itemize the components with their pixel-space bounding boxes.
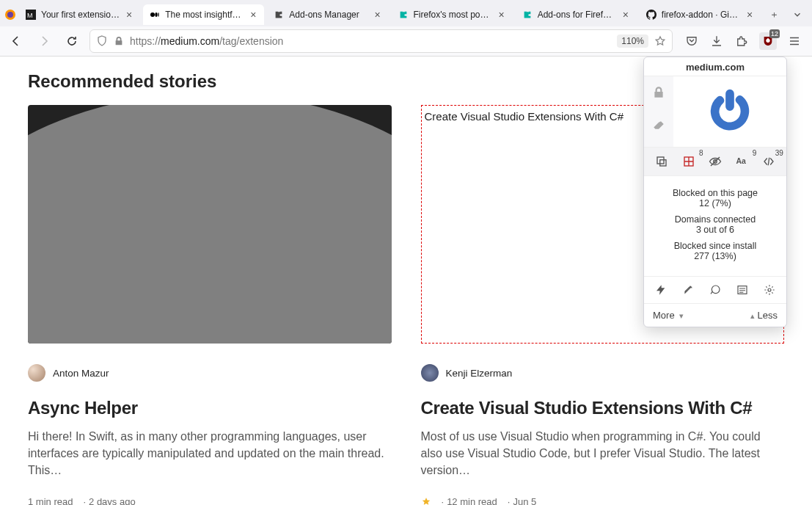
app-menu-button[interactable] <box>787 34 802 48</box>
ublock-media-count: 8 <box>699 149 703 157</box>
ublock-fonts-count: 9 <box>753 149 757 157</box>
url-bar[interactable]: https://medium.com/tag/extension 110% <box>89 29 673 53</box>
close-icon[interactable]: × <box>124 10 134 20</box>
ublock-settings-button[interactable] <box>761 281 778 299</box>
svg-point-5 <box>150 12 155 17</box>
svg-point-7 <box>158 12 158 17</box>
ublock-report-button[interactable] <box>706 281 724 299</box>
ublock-zap-button[interactable] <box>652 281 670 299</box>
extensions-icon[interactable] <box>734 34 749 48</box>
shield-icon[interactable] <box>96 35 108 47</box>
close-icon[interactable]: × <box>248 10 258 20</box>
read-time: 12 min read <box>439 496 497 505</box>
ublock-blocked-page-label: Blocked on this page <box>644 188 786 198</box>
lock-icon[interactable] <box>114 36 124 46</box>
story-card: Anton Mazur Async Helper Hi there! In Sw… <box>28 105 392 505</box>
ublock-popups-tool[interactable] <box>651 153 672 170</box>
ublock-domains-label: Domains connected <box>644 214 786 225</box>
story-title[interactable]: Async Helper <box>28 398 392 419</box>
ublock-picker-button[interactable] <box>679 281 697 299</box>
tab-github-firefox-addon[interactable]: firefox-addon · GitHub Topics … × <box>640 4 761 25</box>
medium-favicon <box>149 9 161 21</box>
svg-text:M: M <box>27 12 33 19</box>
svg-rect-11 <box>660 160 666 166</box>
tab-strip: M Your first extension - Mozilla | … × T… <box>0 0 812 26</box>
tab-title: Add-ons for Firefox (en-US) <box>538 10 616 20</box>
tab-addons-firefox[interactable]: Add-ons for Firefox (en-US) × <box>516 4 637 25</box>
read-time: 1 min read <box>28 496 73 505</box>
ublock-scripts-count: 39 <box>775 149 783 157</box>
amo-favicon <box>522 9 533 21</box>
story-excerpt: Most of us use Visual Studio when progra… <box>421 428 785 479</box>
github-favicon <box>645 9 657 21</box>
member-only-icon <box>421 497 431 505</box>
tab-addons-manager[interactable]: Add-ons Manager × <box>267 4 388 25</box>
publish-date: 2 days ago <box>80 496 135 505</box>
ublock-cosmetic-tool[interactable] <box>705 153 725 170</box>
story-cover-image[interactable] <box>28 105 392 344</box>
firefox-app-icon <box>4 9 16 21</box>
svg-rect-9 <box>767 38 768 40</box>
ublock-badge: 12 <box>769 29 780 38</box>
mdn-favicon: M <box>25 9 37 21</box>
ublock-domain-label: medium.com <box>644 57 786 76</box>
reload-button[interactable] <box>62 31 82 51</box>
pocket-icon[interactable] <box>684 34 699 48</box>
tab-title: The most insightful stories abo… <box>165 10 244 20</box>
ublock-lock-icon[interactable] <box>648 82 669 103</box>
ublock-logger-button[interactable] <box>734 281 751 299</box>
zoom-indicator[interactable]: 110% <box>617 34 648 48</box>
ublock-blocked-install-label: Blocked since install <box>644 241 786 251</box>
svg-point-1 <box>7 12 13 18</box>
ublock-power-button[interactable] <box>704 85 756 137</box>
ublock-eraser-icon[interactable] <box>648 116 669 137</box>
amo-favicon <box>398 9 409 21</box>
forward-button[interactable] <box>34 31 54 51</box>
svg-text:Aa: Aa <box>736 156 747 165</box>
author-avatar[interactable] <box>421 364 439 382</box>
publish-date: Jun 5 <box>505 496 536 505</box>
ublock-less-button[interactable]: ▴ Less <box>746 310 778 321</box>
ublock-extension-button[interactable]: 12 <box>759 32 777 50</box>
downloads-icon[interactable] <box>709 34 724 48</box>
url-text: https://medium.com/tag/extension <box>130 35 611 47</box>
ublock-blocked-page-val: 12 (7%) <box>644 198 786 208</box>
tab-medium-active[interactable]: The most insightful stories abo… × <box>143 4 264 25</box>
story-excerpt: Hi there! In Swift, as in many other pro… <box>28 428 392 479</box>
puzzle-favicon <box>273 9 285 21</box>
close-icon[interactable]: × <box>745 10 755 20</box>
tab-first-extension[interactable]: M Your first extension - Mozilla | … × <box>19 4 140 25</box>
ublock-scripts-tool[interactable]: 39 <box>758 153 779 170</box>
svg-rect-10 <box>657 157 664 164</box>
close-icon[interactable]: × <box>373 10 383 20</box>
svg-point-16 <box>768 288 771 291</box>
tab-title: firefox-addon · GitHub Topics … <box>662 10 740 20</box>
ublock-popup: medium.com 8 Aa9 39 Blocked on this page… <box>643 57 787 327</box>
new-tab-button[interactable]: ＋ <box>764 4 784 25</box>
tab-firefox-popular[interactable]: Firefox's most popular and inno… × <box>392 4 513 25</box>
ublock-more-button[interactable]: More▾ <box>653 310 684 321</box>
svg-point-6 <box>156 12 158 17</box>
author-name[interactable]: Anton Mazur <box>53 368 109 379</box>
tab-title: Firefox's most popular and inno… <box>414 10 492 20</box>
tab-overflow-button[interactable] <box>787 4 808 25</box>
bookmark-star-icon[interactable] <box>654 35 666 47</box>
nav-bar: https://medium.com/tag/extension 110% 12 <box>0 26 812 56</box>
ublock-media-tool[interactable]: 8 <box>679 153 699 170</box>
tab-title: Your first extension - Mozilla | … <box>41 10 120 20</box>
close-icon[interactable]: × <box>497 10 507 20</box>
back-button[interactable] <box>6 31 26 51</box>
author-avatar[interactable] <box>28 364 45 382</box>
story-title[interactable]: Create Visual Studio Extensions With C# <box>421 398 785 419</box>
close-icon[interactable]: × <box>621 10 631 20</box>
author-name[interactable]: Kenji Elzerman <box>446 368 513 379</box>
tab-title: Add-ons Manager <box>289 10 367 20</box>
ublock-fonts-tool[interactable]: Aa9 <box>731 153 752 170</box>
ublock-blocked-install-val: 277 (13%) <box>644 251 786 261</box>
ublock-domains-val: 3 out of 6 <box>644 225 786 235</box>
blocked-placeholder-text: Create Visual Studio Extensions With C# <box>425 110 624 123</box>
